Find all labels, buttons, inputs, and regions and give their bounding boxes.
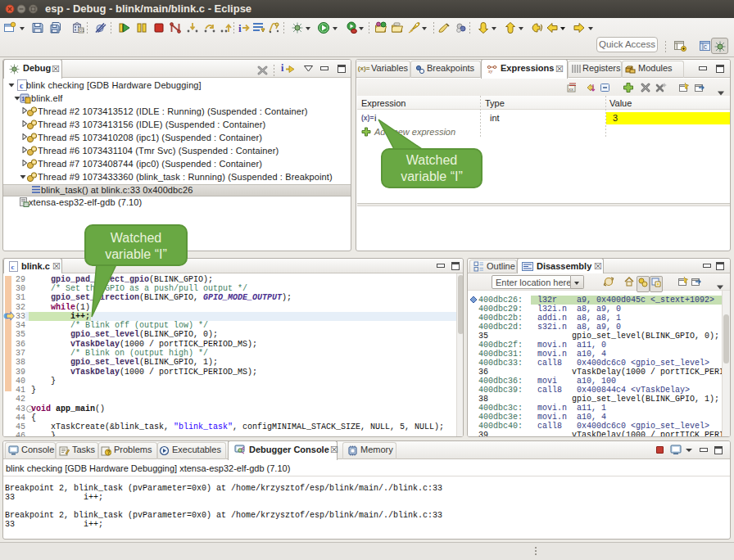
svg-text:C: C [704, 44, 707, 51]
svg-text:c: c [11, 263, 15, 271]
svg-text:?: ? [107, 449, 111, 455]
svg-text:i: i [238, 22, 242, 34]
svg-text:c: c [20, 81, 24, 90]
svg-text:xy: xy [487, 69, 493, 74]
svg-text:01: 01 [79, 28, 84, 33]
svg-text:xx: xx [569, 87, 573, 92]
